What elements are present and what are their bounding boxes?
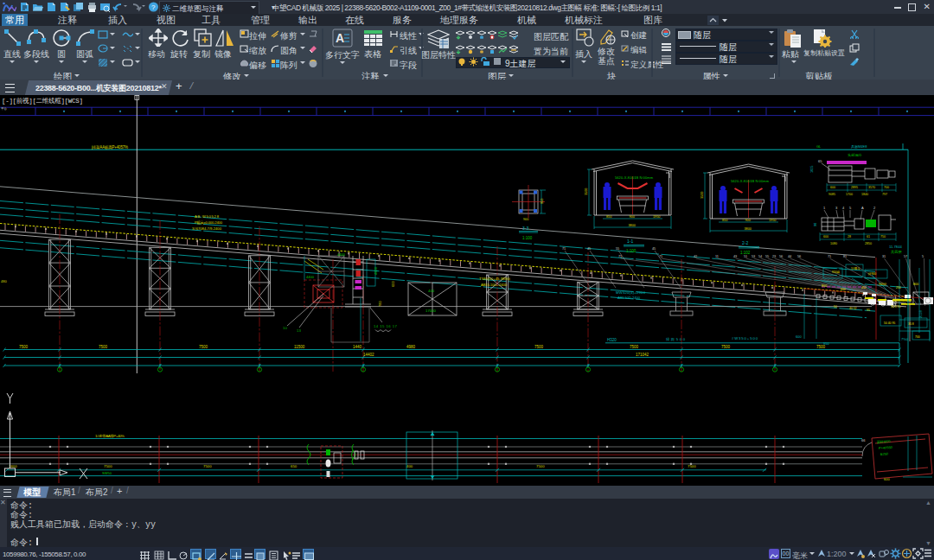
svg-text:400: 400 (428, 289, 435, 293)
svg-text:57: 57 (904, 255, 907, 258)
svg-text:7%0: 7%0 (901, 337, 909, 341)
svg-text:头部漏斗: 头部漏斗 (848, 153, 863, 157)
svg-text:600: 600 (884, 477, 890, 481)
svg-text:3: 3 (835, 206, 838, 210)
svg-text:700: 700 (884, 186, 889, 189)
svg-text:7500: 7500 (688, 464, 696, 468)
svg-text:?: ? (151, 3, 156, 11)
svg-text:1:100: 1:100 (626, 249, 637, 253)
svg-text:B50: B50 (822, 284, 827, 288)
svg-text:A: A (861, 206, 864, 210)
svg-text:1700: 1700 (846, 193, 853, 196)
svg-text:3500: 3500 (700, 192, 704, 199)
svg-text:GL: GL (816, 144, 822, 149)
svg-text:56: 56 (779, 255, 783, 258)
svg-text:850: 850 (722, 219, 727, 222)
svg-text:17000: 17000 (425, 309, 437, 313)
svg-text:400: 400 (406, 464, 413, 468)
svg-text:2895: 2895 (851, 186, 858, 189)
svg-text:1-1: 1-1 (627, 239, 633, 244)
svg-text:7500: 7500 (536, 464, 545, 468)
svg-text:23: 23 (772, 255, 776, 258)
svg-text:7500: 7500 (199, 345, 208, 349)
svg-text:4900: 4900 (374, 266, 378, 275)
svg-text:4400: 4400 (306, 275, 315, 279)
svg-text:950级: 950级 (832, 270, 841, 274)
svg-text:4400: 4400 (337, 252, 346, 257)
svg-text:98: 98 (814, 223, 817, 226)
svg-text:44: 44 (788, 255, 791, 258)
svg-text:1:102: 1:102 (740, 251, 751, 255)
svg-text:900: 900 (523, 218, 528, 221)
svg-text:56: 56 (797, 255, 801, 258)
svg-text:5: 5 (922, 255, 924, 258)
svg-text:9085: 9085 (828, 193, 835, 196)
svg-text:3500: 3500 (585, 188, 588, 195)
svg-text:7500: 7500 (534, 345, 544, 349)
svg-text:45: 45 (587, 247, 591, 251)
svg-text:共四层: 共四层 (891, 250, 902, 254)
svg-text:2118: 2118 (918, 310, 923, 318)
svg-text:850: 850 (606, 215, 611, 219)
svg-text:71: 71 (828, 255, 831, 258)
svg-text:71: 71 (618, 255, 622, 258)
svg-text:1840: 1840 (861, 193, 868, 196)
svg-text:31: 31 (882, 255, 886, 258)
svg-text:50: 50 (834, 305, 837, 309)
svg-text:11: 11 (715, 255, 719, 258)
svg-text:1: 1 (823, 206, 826, 210)
svg-text:T580(50+45-9890): T580(50+45-9890) (479, 277, 511, 281)
svg-text:B00: B00 (913, 283, 918, 286)
svg-text:排距500: 排距500 (666, 337, 686, 341)
svg-text:2: 2 (873, 206, 876, 210)
svg-text:66: 66 (861, 438, 866, 442)
svg-text:B250: B250 (880, 451, 889, 456)
svg-text:53: 53 (752, 255, 755, 258)
svg-text:4: 4 (842, 206, 845, 210)
svg-text:7500: 7500 (19, 345, 29, 349)
svg-text:4980: 4980 (406, 345, 416, 349)
svg-text:61: 61 (867, 235, 870, 239)
svg-text:3800: 3800 (629, 224, 636, 227)
svg-text:排900: 排900 (868, 272, 876, 276)
svg-text:65: 65 (818, 159, 822, 163)
svg-text:j排架AA标高P+4057%: j排架AA标高P+4057% (91, 145, 128, 150)
svg-text:797: 797 (882, 193, 887, 196)
svg-text:7500: 7500 (721, 345, 731, 349)
svg-text:1950: 1950 (769, 219, 776, 222)
svg-text:14402: 14402 (363, 353, 374, 357)
svg-text:11500: 11500 (294, 345, 305, 349)
svg-text:50 40 95: 50 40 95 (884, 321, 895, 325)
svg-text:5: 5 (849, 206, 852, 210)
svg-text:A: A (336, 31, 344, 45)
svg-text:600: 600 (823, 235, 828, 239)
svg-text:10: 10 (283, 326, 287, 330)
svg-text:1#漏斗: 1#漏斗 (851, 266, 860, 270)
svg-text:45: 45 (652, 247, 656, 251)
svg-text:171042: 171042 (636, 353, 649, 357)
svg-text:平台: 平台 (1, 107, 8, 111)
svg-text:600: 600 (841, 288, 846, 291)
svg-text:600: 600 (796, 334, 802, 339)
svg-text:600: 600 (830, 186, 835, 189)
svg-text:MW320(4)+2900: MW320(4)+2900 (616, 290, 646, 295)
svg-text:35 8: 35 8 (908, 322, 914, 326)
svg-text:11.7844: 11.7844 (889, 245, 902, 249)
svg-text:1825: 1825 (810, 166, 814, 173)
svg-text:1080: 1080 (830, 242, 837, 245)
svg-text:具标M4E8: 具标M4E8 (851, 144, 867, 150)
svg-text:SW50: SW50 (102, 471, 112, 475)
svg-text:#W350+500: #W350+500 (732, 336, 758, 340)
svg-text:AB.W50528: AB.W50528 (195, 214, 220, 219)
svg-text:14 15 16 17: 14 15 16 17 (374, 324, 398, 328)
svg-text:1:100: 1:100 (522, 236, 533, 240)
svg-text:780: 780 (378, 301, 382, 307)
svg-text:900: 900 (630, 215, 635, 219)
svg-text:950: 950 (541, 199, 544, 204)
svg-text:71: 71 (562, 247, 566, 251)
svg-text:55: 55 (765, 255, 769, 258)
svg-text:AB15.100+-2400: AB15.100+-2400 (481, 283, 508, 287)
svg-text:600: 600 (391, 281, 395, 287)
svg-text:3570: 3570 (868, 186, 875, 189)
svg-text:5620-X-K001B N:00mm: 5620-X-K001B N:00mm (615, 175, 654, 180)
